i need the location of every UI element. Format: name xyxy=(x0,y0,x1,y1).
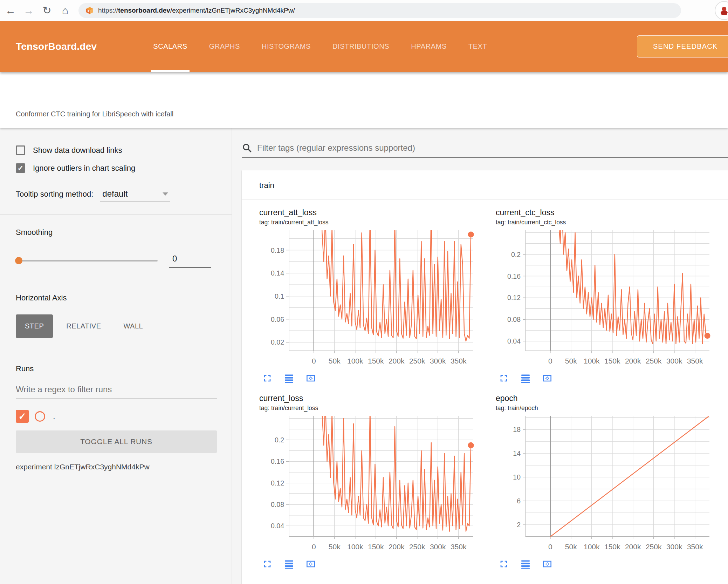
chart-plot[interactable]: 050k100k150k200k250k300k350k26101418 xyxy=(496,414,728,556)
app-logo[interactable]: TensorBoard.dev xyxy=(16,41,97,52)
horizontal-axis-buttons: STEP RELATIVE WALL xyxy=(16,314,217,338)
fit-domain-icon xyxy=(305,558,316,570)
axis-step-button[interactable]: STEP xyxy=(16,314,53,338)
chart-title: current_att_loss xyxy=(259,208,496,217)
svg-text:200k: 200k xyxy=(389,357,405,365)
tab-hparams[interactable]: HPARAMS xyxy=(409,21,449,72)
svg-text:0: 0 xyxy=(548,357,552,365)
app-header: TensorBoard.dev SCALARS GRAPHS HISTOGRAM… xyxy=(0,21,728,72)
axis-wall-button[interactable]: WALL xyxy=(114,314,152,338)
horizontal-lines-icon xyxy=(520,558,531,570)
tab-histograms[interactable]: HISTOGRAMS xyxy=(260,21,313,72)
scalar-line-chart[interactable]: 050k100k150k200k250k300k350k0.020.060.10… xyxy=(259,228,476,368)
fit-domain-button[interactable] xyxy=(305,373,317,385)
chart-title: current_ctc_loss xyxy=(496,208,728,217)
scalar-line-chart[interactable]: 050k100k150k200k250k300k350k26101418 xyxy=(496,414,713,554)
chart-card: epoch tag: train/epoch 050k100k150k200k2… xyxy=(496,394,728,570)
axis-scale-toggle-button[interactable] xyxy=(283,373,295,385)
dropdown-arrow-icon xyxy=(163,192,168,196)
forward-icon[interactable]: → xyxy=(21,3,36,18)
svg-text:0.2: 0.2 xyxy=(511,251,521,258)
back-icon[interactable]: ← xyxy=(3,3,18,18)
tab-graphs[interactable]: GRAPHS xyxy=(207,21,242,72)
chart-card: current_loss tag: train/current_loss 050… xyxy=(259,394,496,570)
svg-text:10: 10 xyxy=(513,473,521,481)
reload-icon[interactable]: ↻ xyxy=(39,3,55,18)
browser-toolbar: ← → ↻ ⌂ https://tensorboard.dev/experime… xyxy=(0,0,728,21)
svg-text:150k: 150k xyxy=(604,357,620,365)
svg-text:150k: 150k xyxy=(368,543,384,551)
fit-domain-button[interactable] xyxy=(541,558,553,570)
chart-plot[interactable]: 050k100k150k200k250k300k350k0.040.080.12… xyxy=(496,228,728,370)
show-download-links-checkbox[interactable] xyxy=(16,145,25,155)
home-icon[interactable]: ⌂ xyxy=(57,3,73,18)
tooltip-sorting-select[interactable]: default xyxy=(100,188,170,202)
filter-tags-input[interactable] xyxy=(257,143,728,153)
divider xyxy=(0,214,232,215)
chart-actions xyxy=(259,558,496,570)
svg-text:0.18: 0.18 xyxy=(271,246,284,254)
chart-title: current_loss xyxy=(259,394,496,403)
chart-actions xyxy=(259,373,496,385)
tab-scalars[interactable]: SCALARS xyxy=(151,21,190,72)
smoothing-value-input[interactable]: 0 xyxy=(169,254,211,268)
send-feedback-button[interactable]: SEND FEEDBACK xyxy=(637,35,728,57)
svg-text:150k: 150k xyxy=(604,543,620,551)
fullscreen-icon xyxy=(498,373,509,384)
svg-text:350k: 350k xyxy=(687,357,703,365)
checkbox-label: Ignore outliers in chart scaling xyxy=(33,164,135,173)
fullscreen-button[interactable] xyxy=(498,558,510,570)
svg-text:0: 0 xyxy=(548,543,552,551)
fit-domain-icon xyxy=(542,373,553,384)
svg-text:0: 0 xyxy=(312,543,316,551)
main-panel: train current_att_loss tag: train/curren… xyxy=(242,128,728,584)
svg-text:0.08: 0.08 xyxy=(271,501,284,508)
smoothing-slider[interactable] xyxy=(16,260,158,262)
svg-text:250k: 250k xyxy=(409,357,425,365)
run-checkbox[interactable]: ✓ xyxy=(16,410,29,423)
chart-plot[interactable]: 050k100k150k200k250k300k350k0.040.080.12… xyxy=(259,414,496,556)
axis-relative-button[interactable]: RELATIVE xyxy=(57,314,110,338)
tag-group-title[interactable]: train xyxy=(242,170,728,199)
fullscreen-button[interactable] xyxy=(498,373,510,385)
horizontal-lines-icon xyxy=(520,373,531,384)
chart-plot[interactable]: 050k100k150k200k250k300k350k0.020.060.10… xyxy=(259,228,496,370)
scalar-line-chart[interactable]: 050k100k150k200k250k300k350k0.040.080.12… xyxy=(496,228,713,368)
tensorboard-favicon-icon xyxy=(85,6,94,15)
svg-text:2: 2 xyxy=(517,521,521,529)
svg-text:50k: 50k xyxy=(329,543,341,551)
axis-scale-toggle-button[interactable] xyxy=(520,558,531,570)
svg-text:0.04: 0.04 xyxy=(271,522,284,530)
fullscreen-icon xyxy=(262,558,273,570)
fit-domain-button[interactable] xyxy=(541,373,553,385)
svg-text:0.12: 0.12 xyxy=(507,294,521,301)
chart-title: epoch xyxy=(496,394,728,403)
tab-text[interactable]: TEXT xyxy=(466,21,489,72)
content-area: Show data download links ✓ Ignore outlie… xyxy=(0,128,728,584)
chart-card: current_att_loss tag: train/current_att_… xyxy=(259,208,496,385)
axis-scale-toggle-button[interactable] xyxy=(520,373,531,385)
svg-text:50k: 50k xyxy=(565,543,577,551)
runs-filter-input[interactable] xyxy=(16,383,217,399)
slider-thumb[interactable] xyxy=(15,257,22,264)
experiment-title: Conformer CTC training for LibriSpeech w… xyxy=(16,110,173,118)
fullscreen-button[interactable] xyxy=(261,373,273,385)
chart-tag: tag: train/current_att_loss xyxy=(259,219,496,226)
svg-text:350k: 350k xyxy=(451,543,467,551)
fit-domain-button[interactable] xyxy=(305,558,317,570)
settings-sidebar: Show data download links ✓ Ignore outlie… xyxy=(0,128,232,584)
show-download-links-row: Show data download links xyxy=(16,145,217,155)
fullscreen-button[interactable] xyxy=(261,558,273,570)
address-bar[interactable]: https://tensorboard.dev/experiment/lzGnE… xyxy=(78,3,681,18)
tab-distributions[interactable]: DISTRIBUTIONS xyxy=(330,21,391,72)
ignore-outliers-checkbox[interactable]: ✓ xyxy=(16,163,25,173)
chart-actions xyxy=(496,558,728,570)
scalar-line-chart[interactable]: 050k100k150k200k250k300k350k0.040.080.12… xyxy=(259,414,476,554)
tooltip-sorting-label: Tooltip sorting method: xyxy=(16,190,93,199)
toggle-all-runs-button[interactable]: TOGGLE ALL RUNS xyxy=(16,430,217,453)
profile-avatar[interactable] xyxy=(715,1,728,20)
svg-text:250k: 250k xyxy=(409,543,425,551)
svg-text:300k: 300k xyxy=(666,357,682,365)
run-name: . xyxy=(53,412,55,421)
axis-scale-toggle-button[interactable] xyxy=(283,558,295,570)
